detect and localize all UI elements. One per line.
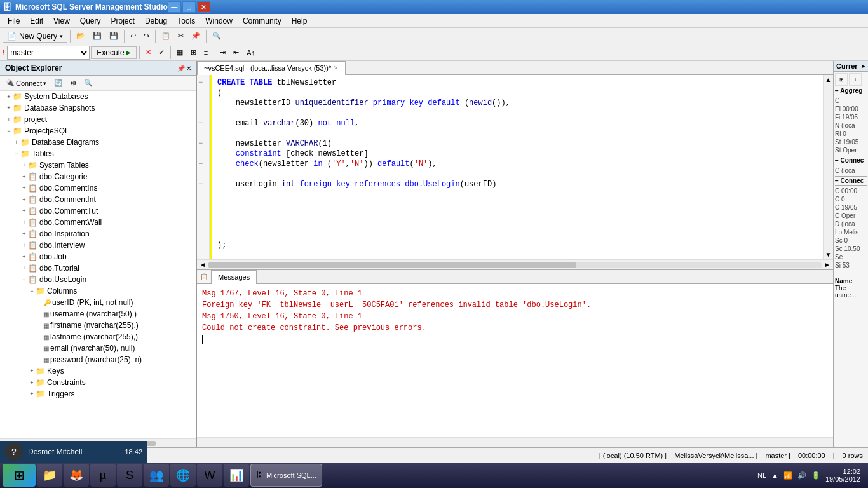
menu-project[interactable]: Project xyxy=(106,15,140,27)
tree-system-tables[interactable]: + 📁 System Tables xyxy=(0,159,196,171)
find-button[interactable]: 🔍 xyxy=(209,30,224,42)
scroll-down-button[interactable]: ▼ xyxy=(824,250,833,259)
expand-dbo-commentwall[interactable]: + xyxy=(20,219,28,226)
menu-view[interactable]: View xyxy=(48,15,75,27)
oe-refresh-button[interactable]: 🔄 xyxy=(51,77,66,89)
parse-button[interactable]: ✓ xyxy=(156,46,168,58)
tree-projectjesql[interactable]: − 📁 ProjectjeSQL xyxy=(0,125,196,137)
oe-new-button[interactable]: 🔍 xyxy=(81,77,96,89)
tree-dbo-uselogin[interactable]: − 📋 dbo.UseLogin xyxy=(0,274,196,285)
taskbar-app-chrome[interactable]: 🌐 xyxy=(170,464,196,487)
editor-vscroll[interactable]: ▲ ▼ xyxy=(823,75,833,259)
oe-filter-button[interactable]: ⊛ xyxy=(67,77,79,89)
expand-system-databases[interactable]: + xyxy=(5,93,13,100)
fold-marker-11[interactable]: − xyxy=(198,179,208,189)
menu-file[interactable]: File xyxy=(3,15,25,27)
tree-password[interactable]: ▦ password (nvarchar(25), n) xyxy=(0,354,196,365)
menu-tools[interactable]: Tools xyxy=(172,15,200,27)
tree-triggers[interactable]: + 📁 Triggers xyxy=(0,388,196,400)
oe-close-button[interactable]: ✕ xyxy=(186,65,191,72)
tree-tables[interactable]: − 📁 Tables xyxy=(0,148,196,159)
collapse-aggr-icon[interactable]: − xyxy=(835,87,839,94)
undo-button[interactable]: ↩ xyxy=(127,30,139,42)
expand-keys[interactable]: + xyxy=(28,367,36,375)
collapse-connec-icon[interactable]: − xyxy=(835,157,839,164)
oe-pin-button[interactable]: 📌 xyxy=(177,65,185,72)
hscroll-track[interactable] xyxy=(208,262,822,268)
hscroll-right-button[interactable]: ► xyxy=(822,261,833,268)
scroll-up-button[interactable]: ▲ xyxy=(824,75,833,85)
fold-marker-5[interactable]: − xyxy=(198,118,208,128)
close-tab-icon[interactable]: ✕ xyxy=(334,65,339,71)
fold-marker-7[interactable]: − xyxy=(198,139,208,149)
expand-tables[interactable]: − xyxy=(13,150,20,158)
text-button[interactable]: ≡ xyxy=(201,47,211,58)
taskbar-app-word[interactable]: W xyxy=(197,464,222,487)
editor-hscroll[interactable]: ◄ ► xyxy=(197,259,833,269)
tree-db-snapshots[interactable]: + 📁 Database Snapshots xyxy=(0,102,196,114)
tree-userid[interactable]: 🔑 userID (PK, int, not null) xyxy=(0,297,196,308)
fold-marker-9[interactable]: − xyxy=(198,159,208,169)
grid-button[interactable]: ⊞ xyxy=(187,46,200,58)
menu-help[interactable]: Help xyxy=(287,15,313,27)
close-button[interactable]: ✕ xyxy=(197,1,210,13)
paste-button[interactable]: 📌 xyxy=(188,30,203,42)
expand-columns[interactable]: − xyxy=(28,287,36,295)
tree-username[interactable]: ▦ username (nvarchar(50),) xyxy=(0,308,196,320)
taskbar-app-excel[interactable]: 📊 xyxy=(224,464,249,487)
menu-debug[interactable]: Debug xyxy=(140,15,172,27)
messages-hscroll[interactable] xyxy=(197,437,833,447)
expand-dbo-commentins[interactable]: + xyxy=(20,184,28,192)
editor-tab-main[interactable]: ~vsCEE4.sql - (loca...lissa Versyck (53)… xyxy=(197,61,346,75)
tree-dbo-commentins[interactable]: + 📋 dbo.CommentIns xyxy=(0,182,196,194)
tree-constraints[interactable]: + 📁 Constraints xyxy=(0,377,196,388)
fold-marker-1[interactable]: − xyxy=(198,78,208,88)
save-all-button[interactable]: 💾 xyxy=(106,30,121,42)
taskbar-ssms-app[interactable]: 🗄 Microsoft SQL... xyxy=(250,464,322,487)
results-button[interactable]: ▦ xyxy=(173,46,186,58)
collapse-connec2-icon[interactable]: − xyxy=(835,177,839,184)
expand-dbo-categorie[interactable]: + xyxy=(20,173,28,180)
expand-constraints[interactable]: + xyxy=(28,379,36,386)
taskbar-app-firefox[interactable]: 🦊 xyxy=(64,464,89,487)
redo-button[interactable]: ↪ xyxy=(140,30,153,42)
tree-lastname[interactable]: ▦ lastname (nvarchar(255),) xyxy=(0,331,196,342)
oe-connect-button[interactable]: 🔌 Connect ▾ xyxy=(3,77,50,89)
expand-dbo-inspiration[interactable]: + xyxy=(20,230,28,238)
expand-dbo-uselogin[interactable]: − xyxy=(20,276,28,283)
expand-dbo-tutorial[interactable]: + xyxy=(20,264,28,272)
cut-button[interactable]: ✂ xyxy=(175,30,187,42)
tree-email[interactable]: ▦ email (nvarchar(50), null) xyxy=(0,342,196,354)
tree-dbo-commenttut[interactable]: + 📋 dbo.CommentTut xyxy=(0,205,196,217)
start-button[interactable]: ⊞ xyxy=(3,464,36,487)
menu-window[interactable]: Window xyxy=(200,15,238,27)
new-query-dropdown-icon[interactable]: ▾ xyxy=(60,33,63,39)
expand-db-diagrams[interactable]: + xyxy=(13,139,20,146)
checkmark-button[interactable]: ✕ xyxy=(142,46,154,58)
tree-dbo-categorie[interactable]: + 📋 dbo.Categorie xyxy=(0,171,196,182)
minimize-button[interactable]: — xyxy=(168,1,181,13)
expand-dbo-commentint[interactable]: + xyxy=(20,196,28,203)
new-query-button[interactable]: 📄 New Query ▾ xyxy=(3,30,67,43)
expand-triggers[interactable]: + xyxy=(28,390,36,398)
messages-tab[interactable]: Messages xyxy=(211,270,257,284)
indent-button[interactable]: ⇥ xyxy=(217,46,229,58)
expand-projectjesql[interactable]: − xyxy=(5,127,13,135)
tree-dbo-interview[interactable]: + 📋 dbo.Interview xyxy=(0,240,196,251)
tree-keys[interactable]: + 📁 Keys xyxy=(0,365,196,377)
expand-dbo-job[interactable]: + xyxy=(20,253,28,261)
tree-columns[interactable]: − 📁 Columns xyxy=(0,285,196,297)
taskbar-app-utorrent[interactable]: µ xyxy=(90,464,116,487)
expand-system-tables[interactable]: + xyxy=(20,161,28,169)
database-selector[interactable]: master xyxy=(7,46,90,60)
tree-dbo-inspiration[interactable]: + 📋 dbo.Inspiration xyxy=(0,228,196,240)
taskbar-app-explorer[interactable]: 📁 xyxy=(37,464,62,487)
tree-firstname[interactable]: ▦ firstname (nvarchar(255),) xyxy=(0,320,196,331)
expand-db-snapshots[interactable]: + xyxy=(5,104,13,112)
sort-desc-icon[interactable]: ↕ xyxy=(849,73,862,86)
outdent-button[interactable]: ⇤ xyxy=(230,46,242,58)
hscroll-left-button[interactable]: ◄ xyxy=(197,261,208,268)
taskbar-app-skype[interactable]: S xyxy=(117,464,142,487)
taskbar-app-network[interactable]: 👥 xyxy=(144,464,169,487)
maximize-button[interactable]: □ xyxy=(182,1,196,13)
